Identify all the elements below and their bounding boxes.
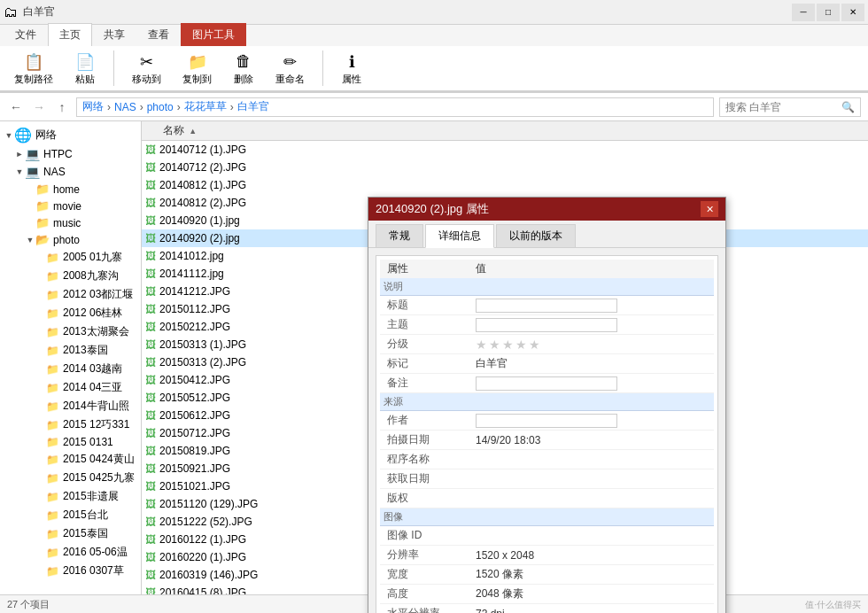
tab-view[interactable]: 查看: [136, 23, 181, 46]
prop-key-copyright: 版权: [380, 489, 469, 508]
prop-row-author[interactable]: 作者: [380, 411, 714, 431]
ribbon-btn-delete[interactable]: 🗑 删除: [226, 48, 261, 89]
prop-key-title: 标题: [380, 296, 469, 315]
dialog-content: 属性 值 说明 标题 主题: [376, 255, 718, 613]
prop-val-width: 1520 像素: [469, 565, 714, 585]
properties-dialog: 20140920 (2).jpg 属性 ✕ 常规 详细信息 以前的版本 属性 值: [368, 197, 726, 613]
forward-button[interactable]: →: [30, 98, 48, 116]
prop-key-rating: 分级: [380, 335, 469, 354]
prop-row-comments[interactable]: 备注: [380, 374, 714, 393]
prop-row-width: 宽度 1520 像素: [380, 565, 714, 585]
close-button[interactable]: ✕: [841, 4, 864, 21]
rename-icon: ✏: [280, 51, 301, 73]
prop-row-tags[interactable]: 标记 白羊官: [380, 354, 714, 374]
search-icon: 🔍: [841, 101, 855, 113]
dialog-overlay: 20140920 (2).jpg 属性 ✕ 常规 详细信息 以前的版本 属性 值: [0, 121, 868, 594]
ribbon-btn-move[interactable]: ✂ 移动到: [125, 48, 168, 89]
prop-key-author: 作者: [380, 411, 469, 431]
copy2-icon: 📁: [187, 51, 208, 73]
prop-row-title[interactable]: 标题: [380, 296, 714, 315]
prop-val-hdpi: 72 dpi: [469, 604, 714, 614]
prop-key-resolution: 分辨率: [380, 546, 469, 565]
path-sep-1: ›: [107, 101, 111, 113]
prop-val-program: [469, 450, 714, 469]
path-sep-2: ›: [140, 101, 143, 113]
path-photo[interactable]: photo: [147, 101, 174, 113]
title-bar: 🗂 白羊官 ─ □ ✕: [0, 0, 868, 25]
dialog-title: 20140920 (2).jpg 属性: [376, 201, 701, 217]
back-button[interactable]: ←: [7, 98, 25, 116]
prop-val-subject[interactable]: [469, 315, 714, 335]
ribbon-btn-properties[interactable]: ℹ 属性: [334, 48, 369, 89]
prop-header-property: 属性: [380, 260, 469, 278]
prop-key-program: 程序名称: [380, 450, 469, 469]
path-folder[interactable]: 花花草草: [184, 99, 227, 114]
prop-val-title[interactable]: [469, 296, 714, 315]
section-description: 说明: [380, 278, 714, 296]
prop-row-acquired: 获取日期: [380, 469, 714, 489]
path-sep-4: ›: [230, 101, 234, 113]
prop-key-subject: 主题: [380, 315, 469, 335]
section-source: 来源: [380, 393, 714, 411]
delete-icon: 🗑: [233, 51, 254, 73]
tab-share[interactable]: 共享: [92, 23, 136, 46]
prop-key-image-id: 图像 ID: [380, 526, 469, 546]
prop-val-copyright: [469, 489, 714, 508]
tab-picture-tools[interactable]: 图片工具: [181, 23, 246, 46]
up-button[interactable]: ↑: [53, 98, 71, 116]
dialog-tab-previous[interactable]: 以前的版本: [496, 224, 576, 247]
prop-row-rating[interactable]: 分级 ★★★★★: [380, 335, 714, 354]
file-list-header: 名称 ▲: [142, 121, 868, 141]
prop-key-width: 宽度: [380, 565, 469, 585]
minimize-button[interactable]: ─: [792, 4, 815, 21]
prop-row-hdpi: 水平分辨率 72 dpi: [380, 604, 714, 614]
prop-key-acquired: 获取日期: [380, 469, 469, 489]
ribbon-btn-rename[interactable]: ✏ 重命名: [268, 48, 312, 89]
prop-val-tags[interactable]: 白羊官: [469, 354, 714, 374]
prop-val-height: 2048 像素: [469, 585, 714, 604]
prop-key-date-taken: 拍摄日期: [380, 431, 469, 450]
prop-val-author[interactable]: [469, 411, 714, 431]
ribbon-tabs: 文件 主页 共享 查看 图片工具: [0, 25, 868, 46]
ribbon: 文件 主页 共享 查看 图片工具 📋 复制路径 📄 粘贴 ✂ 移动到 📁 复制到…: [0, 25, 868, 93]
tab-home[interactable]: 主页: [48, 23, 92, 46]
prop-val-date-taken: 14/9/20 18:03: [469, 431, 714, 450]
prop-key-hdpi: 水平分辨率: [380, 604, 469, 614]
prop-row-height: 高度 2048 像素: [380, 585, 714, 604]
main-layout: ▼ 🌐 网络 ► 💻 HTPC ▼ 💻 NAS 📁 home 📁 movie 📁: [0, 121, 868, 594]
prop-row-subject[interactable]: 主题: [380, 315, 714, 335]
ribbon-content: 📋 复制路径 📄 粘贴 ✂ 移动到 📁 复制到 🗑 删除 ✏ 重命名 ℹ 属性: [0, 46, 868, 92]
prop-header-value: 值: [469, 260, 714, 278]
copy-icon: 📋: [23, 51, 44, 73]
prop-row-date-taken: 拍摄日期 14/9/20 18:03: [380, 431, 714, 450]
properties-icon: ℹ: [341, 51, 362, 73]
tab-file[interactable]: 文件: [4, 23, 48, 46]
path-nas[interactable]: NAS: [114, 101, 136, 113]
path-network[interactable]: 网络: [82, 99, 104, 114]
dialog-close-button[interactable]: ✕: [701, 201, 718, 217]
address-path[interactable]: 网络 › NAS › photo › 花花草草 › 白羊官: [76, 97, 714, 117]
status-text: 27 个项目: [7, 598, 50, 611]
path-current[interactable]: 白羊官: [237, 99, 269, 114]
ribbon-btn-copy-path[interactable]: 📋 复制路径: [7, 48, 60, 89]
maximize-button[interactable]: □: [817, 4, 840, 21]
title-bar-buttons: ─ □ ✕: [792, 4, 864, 21]
col-name-header[interactable]: 名称 ▲: [145, 123, 864, 138]
prop-key-height: 高度: [380, 585, 469, 604]
paste-icon: 📄: [74, 51, 96, 73]
dialog-tab-details[interactable]: 详细信息: [425, 224, 494, 248]
prop-row-copyright: 版权: [380, 489, 714, 508]
prop-val-resolution: 1520 x 2048: [469, 546, 714, 565]
search-box[interactable]: 🔍: [719, 97, 861, 117]
ribbon-btn-paste[interactable]: 📄 粘贴: [67, 48, 103, 89]
prop-val-image-id: [469, 526, 714, 546]
prop-val-comments[interactable]: [469, 374, 714, 393]
prop-row-program: 程序名称: [380, 450, 714, 469]
ribbon-separator-2: [322, 50, 323, 86]
dialog-tab-general[interactable]: 常规: [376, 224, 423, 247]
search-input[interactable]: [725, 101, 841, 113]
ribbon-btn-copy[interactable]: 📁 复制到: [175, 48, 219, 89]
move-icon: ✂: [136, 51, 158, 73]
prop-val-acquired: [469, 469, 714, 489]
prop-val-rating: ★★★★★: [469, 335, 714, 354]
